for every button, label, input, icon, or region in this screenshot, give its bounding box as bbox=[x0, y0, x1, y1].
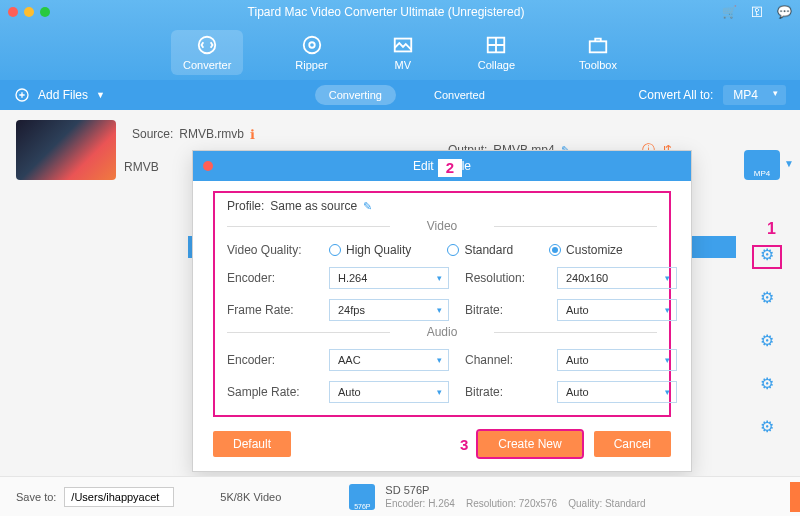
cart-icon[interactable]: 🛒 bbox=[722, 5, 737, 19]
tab-toolbox[interactable]: Toolbox bbox=[567, 30, 629, 75]
image-icon bbox=[392, 34, 414, 56]
chevron-down-icon[interactable]: ▼ bbox=[96, 90, 105, 100]
samplerate-label: Sample Rate: bbox=[227, 385, 313, 399]
video-encoder-select[interactable]: H.264 bbox=[329, 267, 449, 289]
preset-badge-icon: 576P bbox=[349, 484, 375, 510]
window-title: Tipard Mac Video Converter Ultimate (Unr… bbox=[50, 5, 722, 19]
cancel-button[interactable]: Cancel bbox=[594, 431, 671, 457]
source-label: Source: bbox=[132, 127, 173, 141]
quality-high-radio[interactable]: High Quality bbox=[329, 243, 411, 257]
source-filename: RMVB.rmvb bbox=[179, 127, 244, 141]
video-quality-label: Video Quality: bbox=[227, 243, 313, 257]
tab-ripper[interactable]: Ripper bbox=[283, 30, 339, 75]
gear-icon[interactable]: ⚙ bbox=[760, 245, 774, 264]
video-section-label: Video bbox=[227, 219, 657, 233]
resolution-label: Resolution: bbox=[465, 271, 541, 285]
svg-point-1 bbox=[303, 36, 320, 53]
converter-icon bbox=[196, 34, 218, 56]
modal-close-button[interactable] bbox=[203, 161, 213, 171]
convert-button-edge[interactable] bbox=[790, 482, 800, 512]
close-window-button[interactable] bbox=[8, 7, 18, 17]
video-bitrate-label: Bitrate: bbox=[465, 303, 541, 317]
tab-mv[interactable]: MV bbox=[380, 30, 426, 75]
annotation-1: 1 bbox=[767, 220, 776, 238]
action-bar: Add Files ▼ Converting Converted Convert… bbox=[0, 80, 800, 110]
key-icon[interactable]: ⚿ bbox=[751, 5, 763, 19]
annotation-2: 2 bbox=[438, 159, 462, 177]
traffic-lights bbox=[8, 7, 50, 17]
collage-icon bbox=[485, 34, 507, 56]
samplerate-select[interactable]: Auto bbox=[329, 381, 449, 403]
profile-value: Same as source bbox=[270, 199, 357, 213]
output-format-card[interactable]: MP4 bbox=[744, 150, 780, 180]
format-chevron-icon[interactable]: ▼ bbox=[784, 158, 794, 169]
profile-label: Profile: bbox=[227, 199, 264, 213]
save-to-label: Save to: bbox=[16, 491, 56, 503]
settings-gear-column: ⚙ ⚙ ⚙ ⚙ ⚙ bbox=[760, 245, 774, 436]
side-category[interactable]: 5K/8K Video bbox=[220, 491, 281, 503]
default-button[interactable]: Default bbox=[213, 431, 291, 457]
plus-circle-icon bbox=[14, 87, 30, 103]
disc-icon bbox=[301, 34, 323, 56]
main-tabs: Converter Ripper MV Collage Toolbox bbox=[0, 24, 800, 80]
video-bitrate-select[interactable]: Auto bbox=[557, 299, 677, 321]
gear-icon[interactable]: ⚙ bbox=[760, 288, 774, 307]
audio-section-label: Audio bbox=[227, 325, 657, 339]
gear-icon[interactable]: ⚙ bbox=[760, 417, 774, 436]
convert-all-format-select[interactable]: MP4 bbox=[723, 85, 786, 105]
add-files-button[interactable]: Add Files ▼ bbox=[0, 87, 119, 103]
video-thumbnail[interactable] bbox=[16, 120, 116, 180]
subtab-converted[interactable]: Converted bbox=[420, 85, 499, 105]
framerate-label: Frame Rate: bbox=[227, 303, 313, 317]
gear-icon[interactable]: ⚙ bbox=[760, 374, 774, 393]
tab-collage[interactable]: Collage bbox=[466, 30, 527, 75]
window-titlebar: Tipard Mac Video Converter Ultimate (Unr… bbox=[0, 0, 800, 24]
audio-encoder-label: Encoder: bbox=[227, 353, 313, 367]
video-encoder-label: Encoder: bbox=[227, 271, 313, 285]
quality-standard-radio[interactable]: Standard bbox=[447, 243, 513, 257]
framerate-select[interactable]: 24fps bbox=[329, 299, 449, 321]
resolution-input[interactable]: 240x160 bbox=[557, 267, 677, 289]
feedback-icon[interactable]: 💬 bbox=[777, 5, 792, 19]
subtab-converting[interactable]: Converting bbox=[315, 85, 396, 105]
audio-bitrate-label: Bitrate: bbox=[465, 385, 541, 399]
channel-label: Channel: bbox=[465, 353, 541, 367]
audio-bitrate-select[interactable]: Auto bbox=[557, 381, 677, 403]
edit-profile-name-icon[interactable]: ✎ bbox=[363, 200, 372, 213]
audio-encoder-select[interactable]: AAC bbox=[329, 349, 449, 371]
gear-icon[interactable]: ⚙ bbox=[760, 331, 774, 350]
annotation-2-box: Profile: Same as source ✎ Video Video Qu… bbox=[213, 191, 671, 417]
tab-converter[interactable]: Converter bbox=[171, 30, 243, 75]
info-icon[interactable]: ℹ bbox=[250, 127, 255, 142]
convert-all-label: Convert All to: bbox=[639, 88, 714, 102]
quality-customize-radio[interactable]: Customize bbox=[549, 243, 623, 257]
edit-profile-modal: Edit Profile Profile: Same as source ✎ V… bbox=[192, 150, 692, 472]
toolbox-icon bbox=[587, 34, 609, 56]
minimize-window-button[interactable] bbox=[24, 7, 34, 17]
maximize-window-button[interactable] bbox=[40, 7, 50, 17]
create-new-button[interactable]: Create New bbox=[478, 431, 581, 457]
svg-rect-5 bbox=[590, 41, 607, 52]
annotation-3: 3 bbox=[460, 436, 468, 453]
svg-point-2 bbox=[309, 42, 315, 48]
channel-select[interactable]: Auto bbox=[557, 349, 677, 371]
footer-bar: Save to: 5K/8K Video 576P SD 576P Encode… bbox=[0, 476, 800, 516]
preset-name: SD 576P bbox=[385, 484, 645, 496]
save-to-path-input[interactable] bbox=[64, 487, 174, 507]
